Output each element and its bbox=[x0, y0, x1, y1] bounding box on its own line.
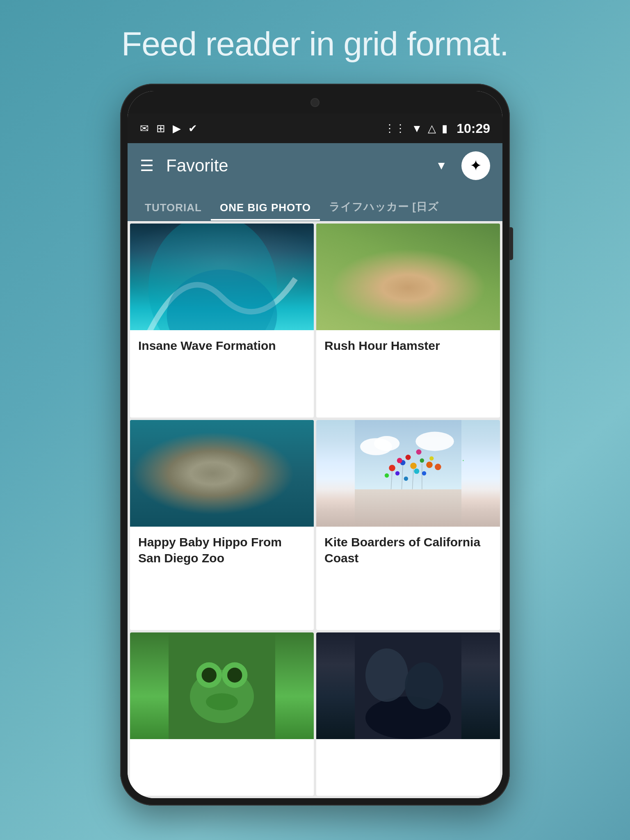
svg-point-28 bbox=[395, 471, 399, 475]
svg-point-30 bbox=[429, 456, 434, 460]
card-hamster[interactable]: Rush Hour Hamster bbox=[316, 224, 500, 418]
svg-point-15 bbox=[209, 454, 218, 461]
tab-lifehacker[interactable]: ライフハッカー [日ズ bbox=[320, 193, 448, 221]
card-hippo-image bbox=[130, 420, 314, 527]
svg-point-2 bbox=[385, 272, 431, 314]
menu-button[interactable]: ☰ bbox=[140, 157, 154, 175]
svg-point-29 bbox=[414, 468, 419, 474]
svg-point-4 bbox=[409, 265, 439, 299]
card-wave-image bbox=[130, 224, 314, 330]
compass-icon: ✦ bbox=[470, 157, 482, 174]
phone-device: ✉ ⊞ ▶ ✔ ⋮⋮ ▼ △ ▮ 10:29 ☰ Favorite ▼ ✦ bbox=[120, 84, 510, 806]
svg-point-10 bbox=[190, 452, 250, 499]
camera-dot bbox=[310, 98, 320, 107]
card-bottom-right[interactable] bbox=[316, 632, 500, 796]
compass-button[interactable]: ✦ bbox=[461, 151, 490, 180]
card-wave[interactable]: Insane Wave Formation bbox=[130, 224, 314, 418]
status-time: 10:29 bbox=[457, 121, 490, 136]
svg-point-14 bbox=[207, 463, 233, 480]
toolbar: ☰ Favorite ▼ ✦ bbox=[128, 143, 502, 188]
svg-point-49 bbox=[365, 696, 451, 739]
n-icon: ▶ bbox=[173, 122, 181, 135]
svg-point-21 bbox=[415, 432, 454, 451]
svg-point-22 bbox=[389, 465, 395, 471]
card-bottom-left[interactable] bbox=[130, 632, 314, 796]
tab-bar: TUTORIAL ONE BIG PHOTO ライフハッカー [日ズ bbox=[128, 188, 502, 221]
card-hippo-title: Happy Baby Hippo From San Diego Zoo bbox=[130, 527, 314, 573]
card-kite[interactable]: Kite Boarders of California Coast bbox=[316, 420, 500, 630]
svg-point-51 bbox=[405, 662, 443, 709]
svg-point-35 bbox=[416, 450, 422, 455]
status-bar: ✉ ⊞ ▶ ✔ ⋮⋮ ▼ △ ▮ 10:29 bbox=[128, 114, 502, 143]
card-hippo[interactable]: Happy Baby Hippo From San Diego Zoo bbox=[130, 420, 314, 630]
svg-point-24 bbox=[410, 463, 417, 469]
gmail-icon: ✉ bbox=[140, 122, 149, 135]
card-hamster-title: Rush Hour Hamster bbox=[316, 330, 500, 361]
svg-point-3 bbox=[377, 265, 407, 299]
svg-point-32 bbox=[422, 471, 426, 475]
svg-point-12 bbox=[206, 455, 217, 466]
svg-point-36 bbox=[404, 477, 408, 481]
svg-point-13 bbox=[223, 455, 234, 466]
signal-icon: △ bbox=[428, 122, 436, 135]
svg-point-31 bbox=[397, 458, 402, 463]
toolbar-title: Favorite bbox=[166, 156, 427, 176]
tab-tutorial[interactable]: TUTORIAL bbox=[136, 195, 211, 221]
page-headline: Feed reader in grid format. bbox=[121, 25, 509, 63]
tab-one-big-photo[interactable]: ONE BIG PHOTO bbox=[211, 195, 320, 221]
check-icon: ✔ bbox=[188, 122, 197, 135]
card-wave-title: Insane Wave Formation bbox=[130, 330, 314, 361]
svg-rect-18 bbox=[355, 489, 461, 527]
svg-point-50 bbox=[365, 648, 408, 702]
svg-point-45 bbox=[202, 668, 217, 682]
vibrate-icon: ⋮⋮ bbox=[384, 122, 406, 135]
svg-point-46 bbox=[227, 668, 242, 682]
card-dark-image bbox=[316, 632, 500, 739]
svg-point-26 bbox=[406, 455, 411, 460]
battery-icon: ▮ bbox=[442, 122, 447, 135]
camera-bar bbox=[128, 91, 502, 114]
phone-screen: ✉ ⊞ ▶ ✔ ⋮⋮ ▼ △ ▮ 10:29 ☰ Favorite ▼ ✦ bbox=[128, 91, 502, 798]
svg-point-5 bbox=[389, 268, 427, 302]
svg-point-7 bbox=[410, 275, 419, 283]
svg-point-16 bbox=[222, 454, 231, 461]
svg-point-33 bbox=[435, 464, 441, 470]
svg-point-27 bbox=[426, 461, 433, 468]
wifi-icon: ▼ bbox=[411, 122, 422, 135]
svg-point-6 bbox=[397, 275, 406, 283]
card-kite-image bbox=[316, 420, 500, 527]
svg-point-9 bbox=[183, 452, 257, 512]
volume-button[interactable] bbox=[509, 227, 513, 260]
dropdown-button[interactable]: ▼ bbox=[436, 159, 447, 172]
svg-point-20 bbox=[374, 436, 399, 451]
status-icons-left: ✉ ⊞ ▶ ✔ bbox=[140, 122, 197, 135]
news-icon: ⊞ bbox=[156, 122, 165, 135]
svg-point-34 bbox=[385, 473, 389, 477]
feed-grid: Insane Wave Formation Rush Hour Hamster bbox=[128, 221, 502, 798]
svg-point-8 bbox=[399, 282, 417, 293]
svg-point-25 bbox=[420, 459, 424, 463]
card-kite-title: Kite Boarders of California Coast bbox=[316, 527, 500, 573]
svg-point-11 bbox=[199, 445, 241, 484]
card-frog-image bbox=[130, 632, 314, 739]
svg-point-47 bbox=[206, 693, 238, 710]
card-hamster-image bbox=[316, 224, 500, 330]
status-icons-right: ⋮⋮ ▼ △ ▮ 10:29 bbox=[384, 121, 490, 136]
